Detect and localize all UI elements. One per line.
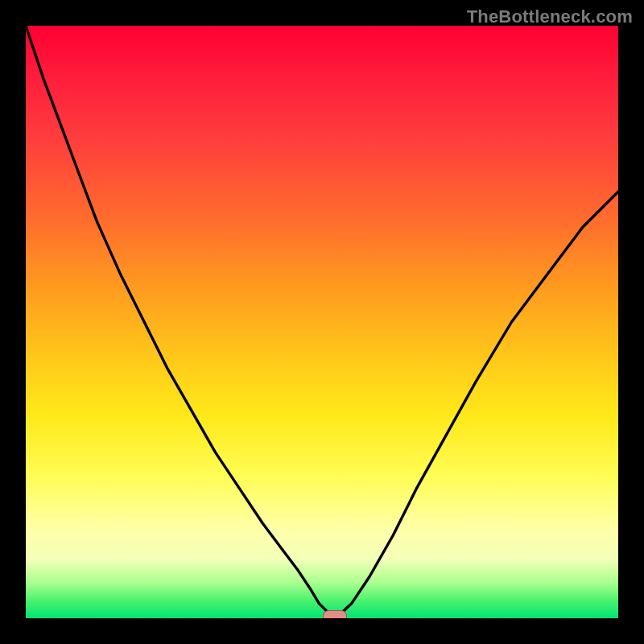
bottleneck-curve [26, 26, 618, 615]
plot-area [26, 26, 618, 618]
curve-svg [26, 26, 618, 618]
min-point-marker [323, 610, 347, 618]
watermark-text: TheBottleneck.com [467, 6, 633, 27]
chart-container: TheBottleneck.com [0, 0, 644, 644]
